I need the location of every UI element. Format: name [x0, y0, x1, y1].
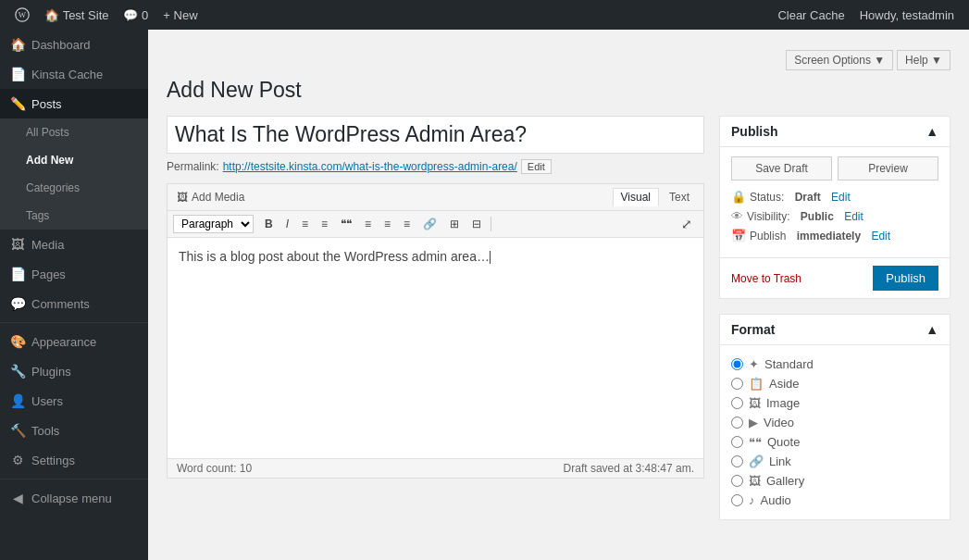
sidebar-item-media[interactable]: 🖼 Media [0, 230, 148, 259]
admin-bar-comments[interactable]: 💬 0 [116, 0, 155, 30]
format-divider [491, 217, 491, 231]
format-radio-gallery[interactable] [731, 475, 743, 487]
cursor [490, 251, 491, 264]
sidebar-item-kinsta-cache[interactable]: 📄 Kinsta Cache [0, 59, 148, 89]
format-option-video: ▶ Video [731, 413, 938, 432]
format-radio-quote[interactable] [731, 436, 743, 448]
sidebar-item-add-new[interactable]: Add New [0, 146, 148, 174]
format-option-aside: 📋 Aside [731, 374, 938, 393]
format-image-icon: 🖼 [749, 396, 761, 410]
blockquote-button[interactable]: ❝❝ [335, 215, 357, 233]
sidebar-divider-2 [0, 479, 148, 479]
add-media-icon: 🖼 [177, 191, 188, 204]
align-center-button[interactable]: ≡ [379, 215, 396, 233]
publish-button[interactable]: Publish [873, 266, 938, 291]
align-left-button[interactable]: ≡ [359, 215, 377, 233]
site-icon: 🏠 [44, 8, 59, 22]
italic-button[interactable]: I [280, 215, 294, 233]
save-draft-button[interactable]: Save Draft [731, 156, 832, 180]
post-title-input[interactable] [167, 116, 704, 154]
format-radio-aside[interactable] [731, 378, 743, 390]
visibility-icon: 👁 [731, 209, 743, 223]
screen-options-bar: Screen Options ▼ Help ▼ [167, 46, 950, 78]
visibility-edit-link[interactable]: Edit [844, 210, 863, 223]
admin-bar-howdy[interactable]: Howdy, testadmin [852, 0, 962, 30]
format-audio-icon: ♪ [749, 493, 755, 507]
ordered-list-button[interactable]: ≡ [316, 215, 333, 233]
main-content: Screen Options ▼ Help ▼ Add New Post Per… [148, 30, 969, 560]
editor-content[interactable]: This is a blog post about the WordPress … [167, 237, 704, 459]
admin-bar-site[interactable]: 🏠 Test Site [37, 0, 116, 30]
posts-submenu: All Posts Add New Categories Tags [0, 118, 148, 230]
editor-view-tabs: Visual Text [613, 188, 698, 206]
format-panel-body: ✦ Standard 📋 Aside 🖼 Image [720, 345, 950, 519]
sidebar-item-pages[interactable]: 📄 Pages [0, 259, 148, 289]
format-video-icon: ▶ [749, 416, 758, 429]
visibility-value: Public [801, 210, 834, 223]
settings-icon: ⚙ [9, 453, 26, 467]
sidebar-item-users[interactable]: 👤 Users [0, 386, 148, 416]
sidebar: 🏠 Dashboard 📄 Kinsta Cache ✏️ Posts All … [0, 30, 148, 560]
link-button[interactable]: 🔗 [417, 215, 442, 233]
status-row: 🔒 Status: Draft Edit [731, 190, 938, 204]
sidebar-item-all-posts[interactable]: All Posts [0, 118, 148, 146]
format-option-standard: ✦ Standard [731, 355, 938, 374]
align-right-button[interactable]: ≡ [398, 215, 416, 233]
permalink-edit-button[interactable]: Edit [521, 159, 552, 174]
editor-sidebar: Publish ▲ Save Draft Preview 🔒 Status: D… [719, 116, 950, 535]
format-radio-image[interactable] [731, 397, 743, 409]
collapse-up-icon: ▲ [926, 124, 938, 139]
sidebar-divider-1 [0, 322, 148, 323]
sidebar-item-tools[interactable]: 🔨 Tools [0, 416, 148, 445]
tab-visual[interactable]: Visual [613, 188, 659, 206]
preview-button[interactable]: Preview [838, 156, 938, 180]
main-layout: 🏠 Dashboard 📄 Kinsta Cache ✏️ Posts All … [0, 30, 969, 560]
draft-saved: Draft saved at 3:48:47 am. [564, 462, 694, 475]
format-radio-link[interactable] [731, 455, 743, 467]
wp-logo[interactable]: W [7, 0, 37, 30]
format-option-quote: ❝❝ Quote [731, 432, 938, 452]
permalink-row: Permalink: http://testsite.kinsta.com/wh… [167, 159, 704, 174]
table-button[interactable]: ⊟ [466, 215, 487, 233]
sidebar-item-categories[interactable]: Categories [0, 174, 148, 202]
sidebar-item-dashboard[interactable]: 🏠 Dashboard [0, 30, 148, 59]
format-panel-header[interactable]: Format ▲ [720, 315, 950, 345]
comment-icon: 💬 [123, 8, 138, 22]
admin-bar-clear-cache[interactable]: Clear Cache [770, 0, 851, 30]
sidebar-item-collapse[interactable]: ◀ Collapse menu [0, 483, 148, 513]
sidebar-item-appearance[interactable]: 🎨 Appearance [0, 327, 148, 356]
appearance-icon: 🎨 [9, 334, 26, 349]
status-value: Draft [795, 191, 821, 204]
posts-icon: ✏️ [9, 96, 26, 111]
admin-bar-new[interactable]: + New [155, 0, 205, 30]
help-button[interactable]: Help ▼ [897, 50, 950, 70]
screen-options-button[interactable]: Screen Options ▼ [786, 50, 893, 70]
pages-icon: 📄 [9, 267, 26, 281]
comments-icon: 💬 [9, 296, 26, 311]
insert-button[interactable]: ⊞ [444, 215, 465, 233]
move-to-trash-button[interactable]: Move to Trash [731, 272, 801, 285]
bold-button[interactable]: B [259, 215, 279, 233]
collapse-icon: ◀ [9, 491, 26, 505]
publish-panel-body: Save Draft Preview 🔒 Status: Draft Edit … [720, 147, 950, 257]
unordered-list-button[interactable]: ≡ [296, 215, 314, 233]
sidebar-item-posts[interactable]: ✏️ Posts [0, 89, 148, 118]
format-radio-audio[interactable] [731, 494, 743, 506]
tab-text[interactable]: Text [661, 188, 698, 206]
expand-button[interactable]: ⤢ [676, 214, 698, 234]
format-radio-video[interactable] [731, 417, 743, 429]
sidebar-item-settings[interactable]: ⚙ Settings [0, 445, 148, 475]
sidebar-item-comments[interactable]: 💬 Comments [0, 289, 148, 318]
permalink-link[interactable]: http://testsite.kinsta.com/what-is-the-w… [223, 160, 517, 173]
format-option-image: 🖼 Image [731, 393, 938, 413]
sidebar-item-plugins[interactable]: 🔧 Plugins [0, 356, 148, 386]
paragraph-select[interactable]: Paragraph [173, 215, 254, 233]
sidebar-item-tags[interactable]: Tags [0, 202, 148, 230]
publish-panel-header[interactable]: Publish ▲ [720, 117, 950, 147]
add-media-button[interactable]: 🖼 Add Media [173, 189, 248, 205]
status-edit-link[interactable]: Edit [831, 191, 851, 204]
format-standard-icon: ✦ [749, 357, 759, 371]
format-link-icon: 🔗 [749, 454, 764, 468]
format-radio-standard[interactable] [731, 358, 743, 370]
publish-time-edit-link[interactable]: Edit [871, 230, 890, 243]
